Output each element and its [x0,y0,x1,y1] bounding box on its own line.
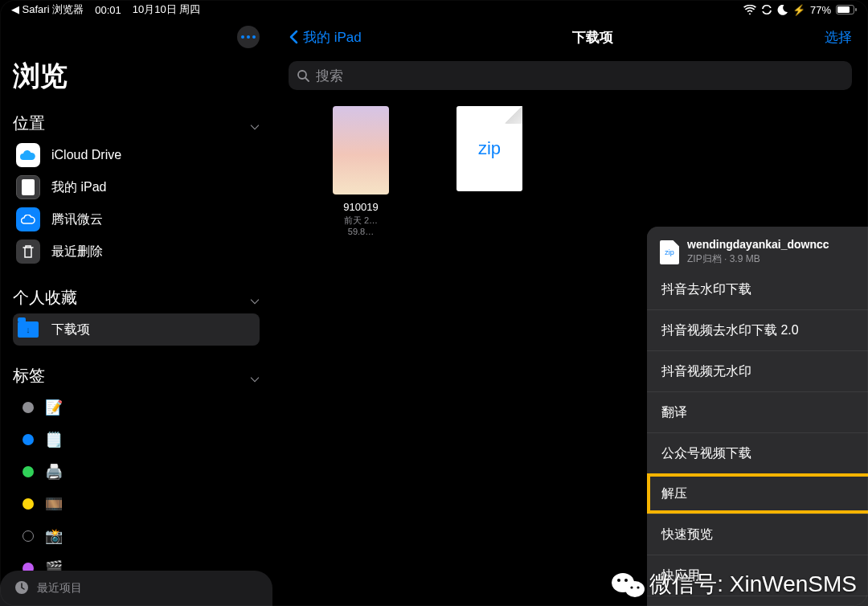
ctx-item-download-box[interactable]: 抖音去水印下载 [647,276,868,309]
tags-header[interactable]: 标签 ⌵ [13,360,260,391]
context-menu: zip wendingdayankai_downcc ZIP归档 · 3.9 M… [647,227,868,606]
battery-icon [836,5,857,14]
sidebar-title: 浏览 [13,58,260,95]
tag-emoji-icon: 🖨️ [45,463,63,481]
sidebar-item-trash[interactable]: 最近删除 [13,235,260,268]
ctx-item-download-box[interactable]: 抖音视频去水印下载 2.0 [647,309,868,350]
icloud-icon [16,143,40,167]
back-to-app[interactable]: ◀ Safari 浏览器 [11,2,84,17]
sidebar-item-label: 最近删除 [51,244,103,260]
recents-label: 最近项目 [37,581,82,596]
tag-dot [23,530,34,542]
ctx-item-label: 解压 [661,485,687,502]
tag-row[interactable]: 🗒️ [13,424,260,456]
ipad-icon [16,175,40,199]
status-date: 10月10日 周四 [133,2,201,17]
file-item-zip[interactable]: zip [453,106,526,191]
ctx-subtitle: ZIP归档 · 3.9 MB [687,252,829,266]
ctx-item-label: 公众号视频下载 [661,445,751,462]
chevron-down-icon: ⌵ [250,289,260,308]
more-button[interactable] [237,26,260,48]
file-item-image[interactable]: 910019 前天 2… 59.8… [325,106,397,236]
content-area: 我的 iPad 下载项 选择 搜索 910019 前天 2… 59.8… zip… [272,19,868,606]
tag-dot [23,434,34,445]
tag-row[interactable]: 📸 [13,520,260,552]
tag-emoji-icon: 🎞️ [45,495,63,513]
tag-dot [23,402,34,413]
wechat-icon [611,571,643,598]
svg-point-19 [624,579,628,582]
watermark: 微信号: XinWenSMS [611,569,857,600]
sidebar-item-icloud[interactable]: iCloud Drive [13,139,260,171]
ctx-item-refresh[interactable]: 翻译 [647,391,868,432]
battery-percent: 77% [810,4,831,16]
trash-icon [16,240,40,264]
svg-rect-1 [837,6,850,13]
svg-rect-2 [855,8,857,11]
tag-emoji-icon: 📝 [45,399,63,416]
ctx-item-play-box[interactable]: 公众号视频下载 [647,432,868,473]
tag-emoji-icon: 🗒️ [45,431,63,448]
cloud-icon [16,207,40,231]
dnd-moon-icon [777,5,788,15]
downloads-folder-icon: ↓ [16,317,40,342]
ctx-item-label: 抖音视频无水印 [661,363,751,380]
ctx-item-paperclip[interactable]: 快速预览 [647,514,868,555]
chevron-down-icon: ⌵ [250,366,260,386]
locations-header[interactable]: 位置 ⌵ [13,108,260,139]
file-name: 910019 [343,201,378,213]
ctx-item-save-box[interactable]: 抖音视频无水印 [647,350,868,391]
svg-point-18 [617,579,620,582]
zip-thumbnail: zip [457,106,522,191]
zip-mini-icon: zip [660,240,679,264]
tag-row[interactable]: 📝 [13,391,260,424]
sidebar-item-label: iCloud Drive [51,148,121,162]
sidebar-item-downloads[interactable]: ↓ 下载项 [13,313,260,346]
ctx-item-label: 快速预览 [661,526,713,543]
context-menu-header: zip wendingdayankai_downcc ZIP归档 · 3.9 M… [647,227,868,276]
sidebar-item-label: 下载项 [51,321,90,338]
file-size: 59.8… [348,227,374,236]
clock-icon [14,580,29,597]
tag-row[interactable]: 🖨️ [13,456,260,488]
tag-emoji-icon: 📸 [45,527,63,545]
svg-point-20 [631,586,633,588]
ctx-item-label: 抖音视频去水印下载 2.0 [661,322,799,339]
sidebar-item-label: 我的 iPad [51,179,106,196]
sidebar-item-ipad[interactable]: 我的 iPad [13,171,260,203]
select-button[interactable]: 选择 [825,28,852,47]
status-bar: ◀ Safari 浏览器 00:01 10月10日 周四 ⚡ 77% [0,0,868,19]
search-placeholder: 搜索 [316,67,343,85]
svg-point-17 [625,581,645,597]
ctx-item-label: 抖音去水印下载 [661,281,751,298]
back-button[interactable]: 我的 iPad [289,28,362,47]
nav-bar: 我的 iPad 下载项 选择 [272,19,868,55]
file-date: 前天 2… [344,215,378,227]
sidebar-item-weiyun[interactable]: 腾讯微云 [13,203,260,235]
wifi-icon [743,5,756,14]
tag-dot [23,498,34,510]
favorites-header[interactable]: 个人收藏 ⌵ [13,282,260,313]
sidebar-item-label: 腾讯微云 [51,211,103,228]
chevron-left-icon [289,30,298,44]
search-input[interactable]: 搜索 [289,61,852,90]
tag-dot [23,466,34,477]
ctx-filename: wendingdayankai_downcc [687,238,829,251]
recents-bar[interactable]: 最近项目 [0,571,272,606]
nav-title: 下载项 [362,28,825,47]
sync-icon [761,4,772,15]
ctx-item-briefcase[interactable]: 解压 [647,473,868,514]
ctx-item-label: 翻译 [661,404,687,421]
sidebar: 浏览 位置 ⌵ iCloud Drive 我的 iPad 腾讯微云 [0,19,272,606]
svg-point-21 [637,586,640,588]
status-time: 00:01 [95,4,121,16]
chevron-down-icon: ⌵ [250,114,260,133]
tag-row[interactable]: 🎞️ [13,488,260,520]
image-thumbnail [333,106,389,194]
search-icon [297,69,309,82]
